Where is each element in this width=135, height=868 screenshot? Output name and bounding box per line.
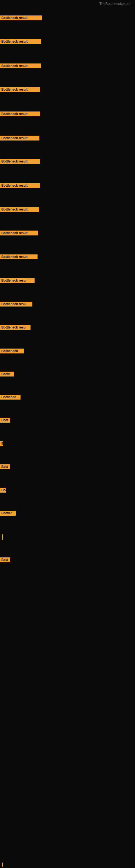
bottleneck-label-19: Bott xyxy=(0,464,10,469)
bottleneck-label-7: Bottleneck result xyxy=(0,183,40,188)
site-title: TheBottlenecker.com xyxy=(99,2,132,6)
bottleneck-label-2: Bottleneck result xyxy=(0,63,41,68)
bottleneck-label-1: Bottleneck result xyxy=(0,39,41,44)
bottleneck-label-21: Bottler xyxy=(0,511,16,516)
bottleneck-label-10: Bottleneck result xyxy=(0,254,38,259)
bottleneck-label-16: Bottlenec xyxy=(0,395,20,400)
bottleneck-label-13: Bottleneck resu xyxy=(0,325,31,330)
bottleneck-label-17: Bott xyxy=(0,418,10,423)
bottleneck-label-18: B xyxy=(0,441,3,446)
bottleneck-label-9: Bottleneck result xyxy=(0,230,38,236)
small-bar-bottom xyxy=(2,863,3,867)
bottleneck-label-8: Bottleneck result xyxy=(0,207,39,212)
bottleneck-label-11: Bottleneck resu xyxy=(0,278,35,283)
bottleneck-label-20: Bo xyxy=(0,488,6,493)
small-bar xyxy=(2,534,3,540)
bottleneck-label-23: Bott xyxy=(0,557,10,562)
bottleneck-label-12: Bottleneck resu xyxy=(0,302,32,307)
bottleneck-label-3: Bottleneck result xyxy=(0,87,40,92)
bottleneck-label-4: Bottleneck result xyxy=(0,112,40,116)
bottleneck-label-5: Bottleneck result xyxy=(0,135,39,141)
bottleneck-label-0: Bottleneck result xyxy=(0,16,42,20)
bottleneck-label-14: Bottleneck xyxy=(0,348,24,353)
bottleneck-label-15: Bottle xyxy=(0,372,14,376)
bottleneck-label-6: Bottleneck result xyxy=(0,159,40,164)
